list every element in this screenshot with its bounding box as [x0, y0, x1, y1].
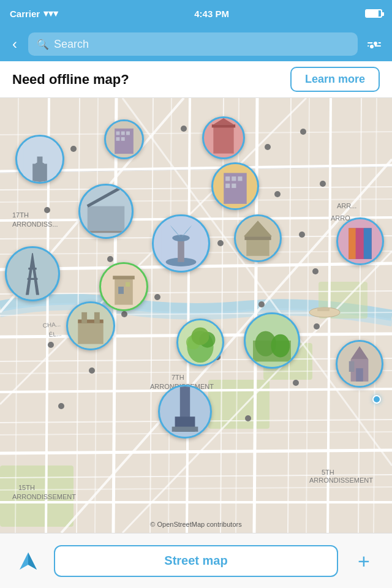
map-dot-10: [217, 240, 224, 246]
map-pin-louvre[interactable]: [234, 214, 282, 262]
svg-rect-70: [116, 137, 120, 141]
location-arrow-icon: [17, 550, 39, 572]
svg-text:15TH: 15TH: [18, 484, 35, 491]
map-pin-moulin_rouge[interactable]: [202, 116, 245, 159]
svg-rect-131: [172, 427, 198, 432]
map-pin-palace[interactable]: [66, 301, 115, 350]
svg-rect-79: [232, 176, 236, 181]
map-dot-23: [245, 415, 251, 421]
svg-text:ÉL...: ÉL...: [48, 330, 62, 338]
svg-text:ARRONDISSEMENT: ARRONDISSEMENT: [309, 477, 373, 484]
map-pin-eiffel[interactable]: [5, 246, 60, 301]
learn-more-button[interactable]: Learn more: [290, 67, 380, 92]
map-dot-2: [70, 146, 77, 152]
svg-point-118: [192, 328, 209, 345]
svg-rect-93: [244, 236, 271, 240]
svg-rect-80: [238, 176, 242, 181]
map-dot-3: [265, 144, 271, 150]
search-icon: 🔍: [37, 39, 49, 50]
copyright-text: © OpenStreetMap contributors: [150, 521, 241, 528]
svg-rect-112: [81, 312, 87, 323]
map-dot-11: [107, 256, 113, 262]
filter-line-1: [368, 42, 381, 43]
map-dot-6: [274, 191, 281, 197]
map-dot-7: [44, 207, 50, 213]
offline-text: Need offline map?: [12, 72, 129, 88]
map-dot-22: [58, 403, 64, 409]
svg-rect-99: [364, 228, 372, 258]
svg-rect-82: [232, 184, 236, 188]
status-bar: Carrier ▾▾▾ 4:43 PM: [0, 0, 392, 27]
back-button[interactable]: ‹: [7, 33, 22, 55]
svg-text:ARRONDISSEMENT: ARRONDISSEMENT: [12, 493, 76, 500]
location-dot: [372, 395, 381, 404]
map-pin-flowers[interactable]: [176, 318, 224, 366]
location-button[interactable]: [12, 545, 44, 577]
svg-rect-73: [213, 126, 233, 154]
svg-rect-89: [178, 238, 184, 262]
map-dot-21: [293, 380, 299, 386]
map-pin-notredame[interactable]: [336, 340, 383, 388]
svg-rect-74: [212, 124, 235, 127]
svg-rect-60: [317, 307, 330, 311]
map-dot-1: [300, 129, 306, 135]
map-pin-arc_champs[interactable]: [78, 184, 134, 239]
bottom-bar: Street map +: [0, 533, 392, 588]
svg-rect-126: [356, 368, 363, 382]
svg-rect-71: [121, 137, 125, 141]
map-pin-arc_de_triomphe[interactable]: [15, 135, 64, 184]
map-dot-12: [312, 268, 318, 274]
nav-bar: ‹ 🔍 Search: [0, 27, 392, 61]
map-pin-montparnasse[interactable]: [158, 385, 212, 439]
search-bar[interactable]: 🔍 Search: [28, 32, 358, 56]
map-area[interactable]: 17TH ARRONDISS... ARR... ARRO... 7TH ARR…: [0, 98, 392, 533]
svg-rect-113: [94, 312, 100, 323]
svg-rect-98: [356, 228, 364, 258]
svg-rect-84: [88, 206, 124, 232]
svg-rect-92: [246, 238, 269, 256]
svg-text:7TH: 7TH: [172, 374, 184, 381]
svg-text:17TH: 17TH: [12, 211, 29, 219]
offline-banner: Need offline map? Learn more: [0, 61, 392, 98]
svg-text:5TH: 5TH: [322, 469, 334, 476]
plus-button[interactable]: +: [348, 545, 380, 577]
map-pin-park[interactable]: [244, 312, 300, 369]
svg-marker-133: [28, 552, 37, 570]
time-display: 4:43 PM: [194, 9, 229, 19]
svg-text:ARR...: ARR...: [337, 202, 356, 209]
svg-rect-64: [37, 157, 43, 168]
map-dot-9: [299, 232, 305, 238]
map-dot-0: [181, 126, 187, 132]
map-pin-building1[interactable]: [104, 119, 144, 159]
map-dot-18: [48, 342, 54, 348]
map-pin-fountain[interactable]: [152, 214, 210, 273]
map-dot-15: [258, 301, 265, 307]
wifi-icon: ▾▾▾: [43, 8, 58, 19]
map-dot-16: [121, 311, 127, 317]
map-pin-hotel[interactable]: [99, 262, 148, 311]
svg-text:ARRONDISS...: ARRONDISS...: [12, 221, 58, 228]
street-map-label: Street map: [164, 554, 227, 568]
svg-point-90: [172, 235, 189, 241]
map-pin-pompidou[interactable]: [336, 217, 384, 265]
map-dot-5: [320, 181, 326, 187]
carrier-label: Carrier: [10, 9, 40, 19]
street-map-button[interactable]: Street map: [54, 545, 338, 577]
map-dot-17: [314, 323, 320, 330]
svg-rect-81: [225, 184, 230, 188]
map-dot-14: [154, 294, 160, 300]
battery-icon: [365, 9, 382, 18]
svg-rect-97: [349, 228, 356, 258]
filter-button[interactable]: [364, 39, 385, 50]
map-pin-galeries[interactable]: [211, 162, 259, 210]
svg-rect-106: [113, 276, 135, 279]
svg-point-122: [271, 334, 290, 358]
svg-rect-78: [225, 176, 230, 181]
svg-rect-107: [118, 287, 124, 294]
svg-rect-108: [126, 282, 130, 287]
filter-line-2: [368, 45, 381, 47]
map-dot-20: [89, 368, 95, 374]
search-placeholder: Search: [54, 38, 89, 51]
svg-rect-127: [349, 361, 355, 372]
svg-rect-67: [116, 132, 120, 135]
